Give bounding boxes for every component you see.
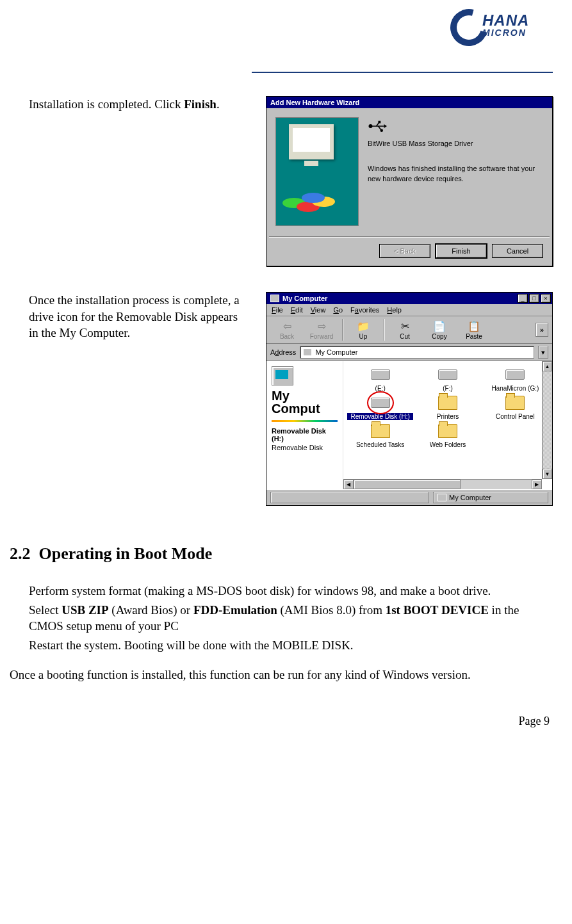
instruction-item: Once the installation process is complet… bbox=[10, 292, 247, 341]
toolbar-separator bbox=[342, 319, 343, 341]
item-label: HanaMicron (G:) bbox=[482, 385, 548, 392]
instruction-item: Installation is completed. Click Finish. bbox=[10, 96, 247, 113]
svg-point-6 bbox=[380, 129, 384, 133]
discs-icon bbox=[282, 190, 340, 216]
folder-item[interactable]: Scheduled Tasks bbox=[347, 423, 413, 448]
my-computer-large-icon bbox=[272, 366, 293, 385]
boot-step2-pre: Select bbox=[29, 603, 61, 617]
side-gradient-bar bbox=[272, 420, 338, 422]
vertical-scrollbar[interactable]: ▲ ▼ bbox=[542, 361, 552, 479]
menu-bar: File Edit View Go Favorites Help bbox=[266, 304, 552, 316]
minimize-button[interactable]: _ bbox=[518, 294, 528, 303]
bullet-icon bbox=[10, 602, 29, 635]
status-cell-right: My Computer bbox=[433, 492, 548, 503]
scroll-left-icon[interactable]: ◀ bbox=[343, 480, 354, 489]
header-rule bbox=[252, 72, 553, 73]
finish-button[interactable]: Finish bbox=[436, 244, 487, 258]
scroll-thumb[interactable] bbox=[354, 480, 461, 489]
address-dropdown[interactable]: ▾ bbox=[538, 346, 548, 359]
toolbar-cut[interactable]: ✂Cut bbox=[388, 320, 421, 340]
address-value: My Computer bbox=[315, 348, 357, 356]
section-heading: 2.2 Operating in Boot Mode bbox=[10, 544, 553, 563]
scroll-up-icon[interactable]: ▲ bbox=[543, 361, 552, 371]
status-cell-left bbox=[270, 492, 429, 503]
drive-item[interactable]: (E:) bbox=[347, 366, 413, 392]
drive-item[interactable]: (F:) bbox=[414, 366, 480, 392]
drive-icon bbox=[371, 398, 390, 408]
boot-step2-mid2: (AMI Bios 8.0) from bbox=[277, 603, 386, 617]
section-title-text: Operating in Boot Mode bbox=[39, 544, 213, 563]
monitor-icon bbox=[289, 124, 334, 159]
usb-icon bbox=[368, 120, 387, 133]
boot-step-item: Perform system format (making a MS-DOS b… bbox=[10, 583, 553, 599]
hana-logo: HANA MICRON bbox=[450, 6, 553, 54]
boot-step2-b2: FDD-Emulation bbox=[193, 603, 277, 617]
window-titlebar[interactable]: My Computer _ □ × bbox=[266, 293, 552, 304]
menu-help[interactable]: Help bbox=[387, 306, 402, 314]
drive-icon bbox=[505, 369, 525, 380]
drive-icon bbox=[371, 369, 390, 380]
menu-favorites[interactable]: Favorites bbox=[350, 306, 379, 314]
folder-item[interactable]: Printers bbox=[414, 394, 480, 420]
toolbar-paste[interactable]: 📋Paste bbox=[457, 320, 491, 340]
scroll-down-icon[interactable]: ▼ bbox=[543, 469, 552, 479]
closing-paragraph: Once a booting function is installed, th… bbox=[10, 667, 553, 683]
side-selection-title: Removable Disk (H:) bbox=[272, 427, 338, 442]
explorer-content: (E:)(F:)HanaMicron (G:)Removable Disk (H… bbox=[343, 361, 552, 489]
folder-icon bbox=[371, 424, 390, 438]
side-title: My Comput bbox=[272, 389, 338, 415]
section-number: 2.2 bbox=[10, 544, 31, 563]
wizard-driver-name: BitWire USB Mass Storage Driver bbox=[368, 139, 543, 149]
wizard-titlebar[interactable]: Add New Hardware Wizard bbox=[266, 97, 552, 108]
menu-file[interactable]: File bbox=[272, 306, 283, 314]
boot-step2-b1: USB ZIP bbox=[61, 603, 108, 617]
toolbar-more[interactable]: » bbox=[535, 323, 548, 337]
up-folder-icon: 📁 bbox=[356, 320, 370, 333]
step1-text-bold: Finish bbox=[184, 97, 217, 111]
address-field[interactable]: My Computer bbox=[300, 346, 534, 359]
step2-text: Once the installation process is complet… bbox=[29, 292, 247, 341]
logo-text-line1: HANA bbox=[482, 13, 529, 28]
bullet-icon bbox=[10, 637, 29, 654]
my-computer-window: My Computer _ □ × File Edit View Go Favo… bbox=[266, 292, 553, 506]
folder-item[interactable]: Web Folders bbox=[414, 423, 480, 448]
my-computer-icon bbox=[303, 348, 312, 356]
toolbar-separator bbox=[384, 319, 384, 341]
window-title-text: My Computer bbox=[282, 295, 327, 302]
boot-step2-mid1: (Award Bios) or bbox=[109, 603, 193, 617]
folder-icon bbox=[505, 396, 525, 410]
drive-item[interactable]: HanaMicron (G:) bbox=[482, 366, 548, 392]
maximize-button[interactable]: □ bbox=[529, 294, 539, 303]
toolbar-forward: ⇨Forward bbox=[305, 320, 338, 340]
boot-step3-text: Restart the system. Booting will be done… bbox=[29, 637, 553, 654]
bullet-icon bbox=[10, 292, 29, 341]
boot-step-item: Restart the system. Booting will be done… bbox=[10, 637, 553, 654]
close-button[interactable]: × bbox=[541, 294, 551, 303]
item-label: (F:) bbox=[414, 385, 480, 392]
hardware-wizard-dialog: Add New Hardware Wizard BitWire USB Mass… bbox=[266, 96, 553, 266]
item-label: (E:) bbox=[347, 385, 413, 392]
toolbar-copy[interactable]: 📄Copy bbox=[423, 320, 456, 340]
menu-view[interactable]: View bbox=[311, 306, 326, 314]
removable-disk-item[interactable]: Removable Disk (H:) bbox=[347, 394, 413, 420]
copy-icon: 📄 bbox=[432, 320, 446, 333]
side-selection-sub: Removable Disk bbox=[272, 444, 338, 451]
menu-go[interactable]: Go bbox=[333, 306, 343, 314]
menu-edit[interactable]: Edit bbox=[291, 306, 303, 314]
bullet-icon bbox=[10, 96, 29, 113]
cancel-button[interactable]: Cancel bbox=[492, 244, 543, 258]
back-arrow-icon: ⇦ bbox=[280, 320, 294, 333]
toolbar: ⇦Back ⇨Forward 📁Up ✂Cut 📄Copy 📋Paste » bbox=[266, 316, 552, 344]
horizontal-scrollbar[interactable]: ◀ ▶ bbox=[343, 479, 542, 489]
wizard-graphic bbox=[275, 117, 359, 226]
svg-rect-4 bbox=[379, 121, 381, 124]
page-header: HANA MICRON bbox=[10, 6, 553, 70]
scroll-right-icon[interactable]: ▶ bbox=[532, 480, 542, 489]
boot-step1-text: Perform system format (making a MS-DOS b… bbox=[29, 583, 553, 599]
boot-step2-b3: 1st BOOT DEVICE bbox=[386, 603, 489, 617]
toolbar-up[interactable]: 📁Up bbox=[347, 320, 380, 340]
svg-marker-2 bbox=[384, 124, 388, 128]
folder-icon bbox=[438, 396, 457, 410]
folder-item[interactable]: Control Panel bbox=[482, 394, 548, 420]
wizard-message: Windows has finished installing the soft… bbox=[368, 164, 543, 184]
